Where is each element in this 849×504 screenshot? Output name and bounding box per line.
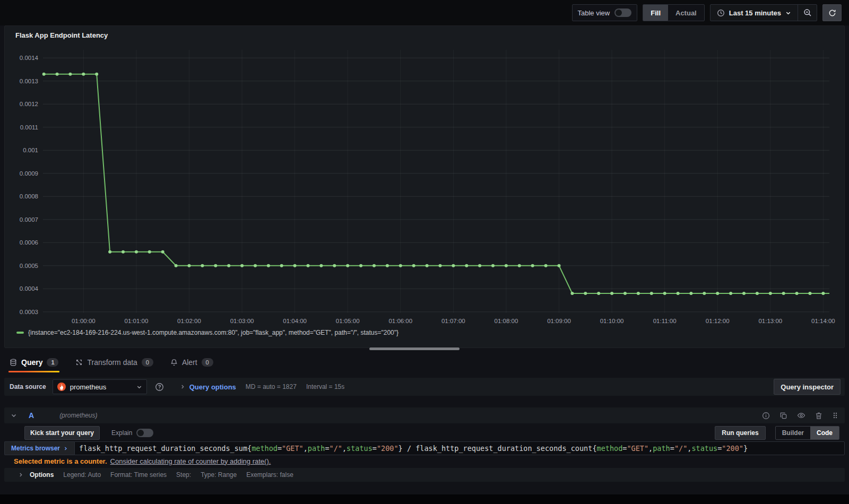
time-zoom-out-button[interactable] bbox=[798, 5, 817, 21]
svg-text:01:06:00: 01:06:00 bbox=[388, 318, 412, 324]
datasource-picker[interactable]: prometheus bbox=[53, 379, 147, 394]
chevron-right-icon bbox=[18, 472, 23, 477]
grip-dots-icon bbox=[832, 412, 838, 419]
metrics-browser-toggle[interactable]: Metrics browser bbox=[4, 441, 74, 455]
remove-query-button[interactable] bbox=[814, 411, 824, 421]
duplicate-query-button[interactable] bbox=[778, 411, 789, 421]
eye-icon bbox=[797, 411, 805, 420]
actual-button[interactable]: Actual bbox=[668, 5, 704, 21]
datasource-value: prometheus bbox=[70, 383, 132, 391]
fill-actual-group: Fill Actual bbox=[643, 4, 705, 21]
query-options-label: Query options bbox=[189, 383, 236, 391]
table-view-label: Table view bbox=[578, 9, 610, 17]
explain-switch[interactable] bbox=[136, 429, 153, 437]
svg-text:0.0004: 0.0004 bbox=[20, 285, 39, 292]
chart-legend[interactable]: {instance="ec2-184-169-216-224.us-west-1… bbox=[11, 328, 838, 336]
svg-text:0.0011: 0.0011 bbox=[20, 124, 38, 131]
query-options-toggle[interactable]: Query options bbox=[180, 383, 236, 391]
table-view-switch[interactable] bbox=[614, 8, 631, 17]
warning-rate-link[interactable]: Consider calculating rate of counter by … bbox=[110, 457, 271, 465]
tab-transform-label: Transform data bbox=[87, 358, 137, 367]
chevron-down-icon bbox=[136, 384, 142, 390]
tab-query[interactable]: Query 1 bbox=[8, 355, 59, 372]
explain-label: Explain bbox=[111, 429, 132, 437]
builder-code-toggle: Builder Code bbox=[775, 426, 839, 440]
tab-query-label: Query bbox=[21, 358, 42, 367]
bottom-strip bbox=[0, 494, 849, 504]
options-title: Options bbox=[30, 471, 54, 479]
tab-alert-count: 0 bbox=[202, 358, 213, 367]
panel-editor-header: Table view Fill Actual Last 15 minutes bbox=[0, 0, 849, 25]
svg-text:01:14:00: 01:14:00 bbox=[811, 318, 835, 324]
query-help-button[interactable] bbox=[761, 411, 771, 421]
promql-query-input[interactable]: flask_http_request_duration_seconds_sum{… bbox=[74, 441, 845, 455]
query-options-row[interactable]: Options Legend: Auto Format: Time series… bbox=[4, 468, 845, 482]
svg-text:0.0007: 0.0007 bbox=[20, 216, 38, 223]
interval-stat: Interval = 15s bbox=[306, 383, 344, 390]
time-range-picker[interactable]: Last 15 minutes bbox=[711, 5, 798, 21]
chevron-down-icon bbox=[785, 10, 791, 16]
tab-alert[interactable]: Alert 0 bbox=[169, 355, 214, 372]
svg-text:0.0006: 0.0006 bbox=[20, 239, 38, 246]
svg-text:0.0013: 0.0013 bbox=[20, 78, 38, 84]
timeseries-panel: Flask App Endpoint Latency 01:00:0001:01… bbox=[4, 25, 845, 348]
svg-text:01:13:00: 01:13:00 bbox=[758, 318, 782, 324]
svg-text:0.0014: 0.0014 bbox=[20, 55, 39, 61]
query-row-actions bbox=[761, 410, 839, 421]
kick-start-query-button[interactable]: Kick start your query bbox=[24, 426, 100, 440]
svg-text:01:03:00: 01:03:00 bbox=[230, 318, 254, 324]
svg-text:01:12:00: 01:12:00 bbox=[706, 318, 730, 324]
datasource-label: Data source bbox=[10, 383, 47, 390]
query-toolbar: Kick start your query Explain Run querie… bbox=[4, 425, 845, 440]
latency-chart[interactable]: 01:00:0001:01:0001:02:0001:03:0001:04:00… bbox=[11, 41, 839, 328]
code-mode-button[interactable]: Code bbox=[810, 427, 839, 439]
counter-warning: Selected metric is a counter. Consider c… bbox=[4, 456, 845, 466]
datasource-bar: Data source prometheus Query options MD … bbox=[4, 378, 845, 396]
chevron-right-icon bbox=[63, 446, 68, 451]
svg-text:0.0012: 0.0012 bbox=[20, 101, 38, 107]
explain-toggle-group: Explain bbox=[111, 429, 153, 437]
chevron-right-icon bbox=[180, 384, 185, 389]
time-picker-group: Last 15 minutes bbox=[710, 4, 817, 21]
svg-text:01:07:00: 01:07:00 bbox=[441, 318, 465, 324]
run-queries-button[interactable]: Run queries bbox=[715, 426, 765, 440]
database-icon bbox=[10, 359, 17, 366]
query-datasource-hint: (prometheus) bbox=[59, 412, 97, 419]
svg-text:01:00:00: 01:00:00 bbox=[72, 318, 96, 324]
refresh-button[interactable] bbox=[822, 4, 842, 21]
copy-icon bbox=[779, 412, 787, 420]
query-inspector-button[interactable]: Query inspector bbox=[774, 379, 841, 395]
datasource-help-button[interactable] bbox=[152, 379, 167, 394]
svg-text:0.0008: 0.0008 bbox=[20, 193, 38, 199]
query-row-header[interactable]: A (prometheus) bbox=[4, 407, 845, 423]
prometheus-icon bbox=[57, 383, 66, 391]
tab-transform-data[interactable]: Transform data 0 bbox=[74, 355, 154, 372]
svg-text:01:02:00: 01:02:00 bbox=[177, 318, 201, 324]
option-format: Format: Time series bbox=[110, 471, 167, 479]
pane-resize-handle[interactable] bbox=[369, 347, 460, 350]
svg-text:01:11:00: 01:11:00 bbox=[653, 318, 677, 324]
trash-icon bbox=[815, 412, 822, 420]
drag-handle[interactable] bbox=[831, 411, 839, 420]
svg-text:0.0003: 0.0003 bbox=[20, 309, 38, 315]
clock-icon bbox=[717, 9, 725, 17]
time-range-label: Last 15 minutes bbox=[729, 9, 781, 17]
legend-series-swatch bbox=[16, 332, 24, 334]
tab-alert-label: Alert bbox=[182, 358, 197, 367]
transform-icon bbox=[75, 359, 83, 366]
panel-title: Flask App Endpoint Latency bbox=[11, 30, 838, 41]
table-view-group: Table view bbox=[572, 4, 638, 21]
tab-transform-count: 0 bbox=[142, 358, 153, 367]
refresh-icon bbox=[828, 9, 836, 17]
disable-query-button[interactable] bbox=[796, 410, 807, 421]
fill-button[interactable]: Fill bbox=[643, 5, 668, 21]
query-ref-id: A bbox=[29, 411, 34, 420]
bell-icon bbox=[170, 359, 178, 366]
svg-text:0.0005: 0.0005 bbox=[20, 263, 38, 269]
svg-text:01:10:00: 01:10:00 bbox=[600, 318, 624, 324]
promql-editor-row: Metrics browser flask_http_request_durat… bbox=[4, 441, 845, 455]
option-step: Step: bbox=[176, 471, 191, 479]
editor-tabs: Query 1 Transform data 0 Alert 0 bbox=[8, 355, 214, 372]
builder-mode-button[interactable]: Builder bbox=[776, 427, 810, 439]
help-circle-icon bbox=[155, 383, 164, 392]
